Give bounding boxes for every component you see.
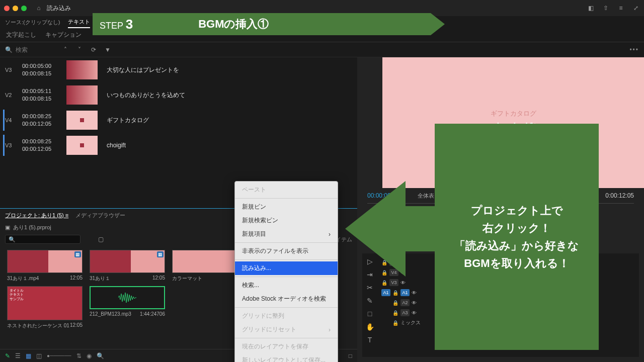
list-view-icon[interactable]: ☰: [15, 352, 21, 359]
svg-marker-0: [345, 181, 441, 277]
hd-badge: ▦: [74, 251, 81, 257]
refresh-icon[interactable]: ⟳: [90, 46, 98, 54]
ctx-save-layout: 現在のレイアウトを保存: [235, 340, 338, 353]
audio-track[interactable]: A1🔒A1👁: [381, 288, 432, 298]
ctx-saveas-layout: 新しいレイアウトとして保存...: [235, 353, 338, 362]
thumbnail: [66, 111, 98, 130]
track-label: V3: [5, 142, 17, 148]
search-icon: 🔍: [5, 46, 13, 53]
more-icon[interactable]: •••: [629, 46, 639, 53]
tab-project[interactable]: プロジェクト: あり1 (5) ≡: [5, 212, 68, 219]
text-label: ギフトカタログ: [107, 116, 149, 125]
timecode: 00:00:08:2500:00:12:05: [22, 113, 61, 128]
callout-text: プロジェクト上で 右クリック！ 「読み込み」から好きな BGMを取り入れる！: [454, 202, 579, 273]
fullscreen-icon[interactable]: ⤢: [632, 4, 640, 12]
text-row[interactable]: V2 00:00:05:1100:00:08:15 いつものありがとうを込めて: [0, 82, 357, 108]
project-clip[interactable]: ▦ 31あり１.mp412:05: [7, 250, 83, 282]
maximize-window[interactable]: [21, 6, 27, 11]
freeform-view-icon[interactable]: ◫: [36, 352, 42, 359]
project-file-icon: ▣: [5, 224, 10, 231]
type-tool[interactable]: T: [365, 335, 375, 345]
window-controls: [4, 6, 27, 11]
minimize-window[interactable]: [13, 6, 18, 11]
hand-tool[interactable]: ✋: [365, 322, 375, 332]
context-menu: ペースト 新規ビン 新規検索ビン 新規項目› 非表示のファイルを表示 読み込み.…: [234, 181, 338, 362]
project-clip[interactable]: 212_BPM123.mp31:44:24706: [90, 286, 165, 329]
menu-icon[interactable]: ≡: [617, 4, 625, 12]
chevron-down-icon[interactable]: ˅: [75, 46, 84, 54]
title-text: 読み込み: [47, 4, 71, 13]
ctx-stock-search[interactable]: Adobe Stock オーディオを検索: [235, 292, 338, 306]
ctx-new-bin[interactable]: 新規ビン: [235, 200, 338, 214]
new-bin-icon[interactable]: □: [349, 352, 352, 359]
new-panel-icon[interactable]: ◧: [587, 4, 595, 12]
callout-box: プロジェクト上で 右クリック！ 「読み込み」から好きな BGMを取り入れる！: [435, 124, 599, 350]
search-field[interactable]: 🔍: [5, 46, 55, 53]
tab-text[interactable]: テキスト: [68, 17, 90, 28]
search-input[interactable]: [16, 46, 46, 53]
ctx-grid-align: グリッドに整列: [235, 309, 338, 323]
home-icon[interactable]: ⌂: [35, 4, 43, 12]
pen-icon[interactable]: ✎: [5, 352, 10, 359]
timecode: 00:00:05:1100:00:08:15: [22, 87, 61, 103]
text-row[interactable]: V3 00:00:05:0000:00:08:15 大切な人にはプレゼントを: [0, 57, 357, 82]
step-banner: STEP 3 BGMの挿入①: [93, 13, 445, 35]
ctx-grid-reset: グリッドにリセット›: [235, 323, 338, 336]
ctx-show-hidden[interactable]: 非表示のファイルを表示: [235, 244, 338, 258]
hd-badge: ▦: [157, 251, 164, 257]
grid-view-icon[interactable]: ▦: [26, 352, 31, 359]
rect-tool[interactable]: □: [365, 309, 375, 319]
project-filename: あり1 (5).prproj: [13, 224, 51, 231]
track-label: V4: [5, 117, 17, 123]
ctx-import[interactable]: 読み込み...: [235, 261, 338, 275]
ctx-new-item[interactable]: 新規項目›: [235, 227, 338, 241]
chevron-right-icon: ›: [329, 326, 331, 333]
step-number: STEP 3: [100, 17, 133, 32]
zoom-slider[interactable]: ●──────: [47, 353, 71, 358]
filter-icon[interactable]: ▼: [104, 46, 112, 54]
close-window[interactable]: [4, 6, 10, 11]
audio-thumbnail: [90, 286, 165, 309]
subtab-transcribe[interactable]: 文字起こし: [6, 31, 36, 39]
track-label: V2: [5, 92, 17, 98]
audio-track[interactable]: 🔒A2👁: [381, 298, 432, 308]
callout-arrow: [345, 171, 441, 287]
text-label: 大切な人にはプレゼントを: [107, 66, 179, 74]
ctx-paste: ペースト: [235, 183, 338, 197]
find-icon[interactable]: 🔍: [97, 352, 104, 359]
project-clip[interactable]: タイトルテキストサンプル ネストされたシーケンス 0112:05: [7, 286, 83, 329]
ctx-new-search-bin[interactable]: 新規検索ビン: [235, 214, 338, 227]
timecode: 00:00:05:0000:00:08:15: [22, 62, 61, 78]
project-search-input[interactable]: [5, 235, 80, 244]
chevron-right-icon: ›: [329, 231, 331, 238]
auto-icon[interactable]: ◉: [87, 352, 92, 359]
share-icon[interactable]: ⇧: [602, 4, 610, 12]
folder-icon[interactable]: ▢: [97, 235, 105, 243]
step-title: BGMの挿入①: [198, 17, 269, 32]
mix-track[interactable]: 🔒ミックス: [381, 318, 432, 328]
text-label: いつものありがとうを込めて: [107, 91, 185, 100]
thumbnail: [66, 60, 98, 79]
project-clip[interactable]: ▦ 31あり１12:05: [90, 250, 165, 282]
subtab-caption[interactable]: キャプション: [45, 31, 82, 39]
text-row[interactable]: V4 00:00:08:2500:00:12:05 ギフトカタログ: [0, 108, 357, 133]
preview-subtitle: ギフトカタログ: [491, 109, 536, 118]
audio-track[interactable]: 🔒A3👁: [381, 308, 432, 318]
timecode-duration: 0:00:12:05: [605, 192, 634, 199]
pen-tool[interactable]: ✎: [365, 296, 375, 306]
timecode: 00:00:08:2500:00:12:05: [22, 138, 61, 153]
sort-icon[interactable]: ⇅: [76, 352, 82, 359]
chevron-up-icon[interactable]: ˄: [61, 46, 69, 54]
source-label: ソース:(クリップなし): [5, 19, 60, 26]
track-label: V3: [5, 67, 17, 73]
thumbnail: [66, 85, 98, 105]
text-label: choigift: [107, 142, 126, 149]
text-toolbar: 🔍 ˄ ˅ ⟳ ▼ •••: [0, 42, 644, 57]
thumbnail: [66, 136, 98, 155]
tab-media-browser[interactable]: メディアブラウザー: [75, 212, 125, 219]
ctx-search[interactable]: 検索...: [235, 279, 338, 292]
text-row[interactable]: V3 00:00:08:2500:00:12:05 choigift: [0, 133, 357, 158]
